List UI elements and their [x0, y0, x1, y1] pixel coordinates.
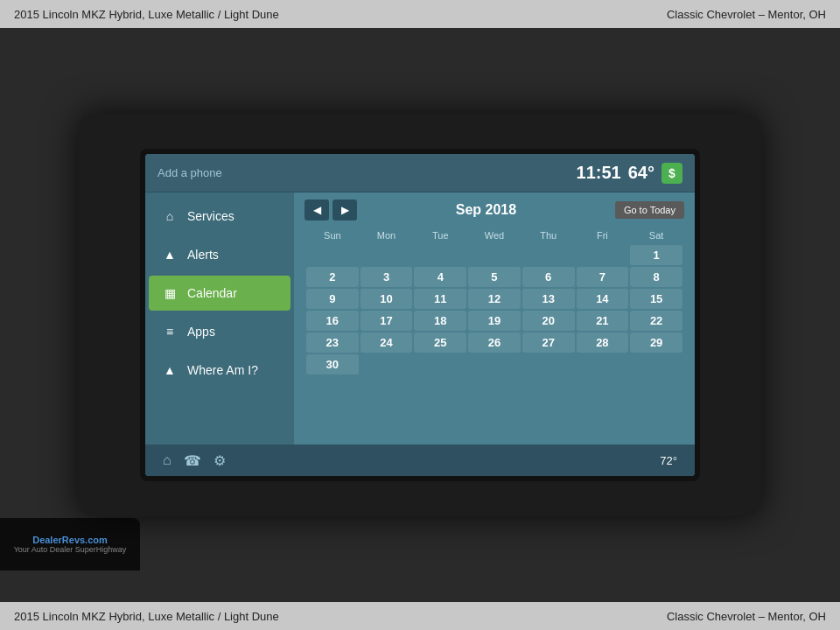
calendar-cell — [522, 354, 575, 374]
nav-buttons: ◀ ▶ — [304, 200, 357, 220]
screen-header: Add a phone 11:51 64° $ — [145, 154, 695, 192]
bottom-bar-right: Classic Chevrolet – Mentor, OH — [667, 610, 826, 623]
calendar-cell — [414, 354, 466, 374]
calendar-header: ◀ ▶ Sep 2018 Go to Today — [304, 200, 684, 220]
calendar-cell[interactable]: 10 — [360, 289, 413, 309]
prev-month-button[interactable]: ◀ — [304, 200, 329, 220]
calendar-cell — [577, 245, 629, 265]
calendar-cell[interactable]: 23 — [306, 332, 359, 353]
col-sun: Sun — [306, 228, 359, 243]
top-bar-left: 2015 Lincoln MKZ Hybrid, Luxe Metallic /… — [14, 8, 279, 21]
calendar-cell[interactable]: 9 — [306, 289, 359, 309]
calendar-cell[interactable]: 24 — [360, 332, 413, 353]
calendar-cell[interactable]: 27 — [522, 332, 575, 353]
bottom-bar: 2015 Lincoln MKZ Hybrid, Luxe Metallic /… — [0, 602, 840, 630]
calendar-cell[interactable]: 12 — [468, 289, 521, 309]
alert-icon: ▲ — [161, 246, 178, 263]
screen-footer: ⌂ ☎ ⚙ 72° — [145, 444, 695, 476]
footer-temp: 72° — [660, 454, 677, 467]
sidebar-item-services[interactable]: ⌂ Services — [149, 199, 290, 234]
col-tue: Tue — [414, 228, 466, 243]
calendar-cell[interactable]: 6 — [522, 267, 575, 287]
home-icon: ⌂ — [161, 207, 178, 225]
calendar-cell[interactable]: 22 — [630, 311, 682, 331]
calendar-cell[interactable]: 19 — [468, 311, 521, 331]
calendar-cell[interactable]: 4 — [414, 267, 466, 287]
time-temp-display: 11:51 64° $ — [577, 163, 682, 184]
add-phone-label[interactable]: Add a phone — [158, 166, 222, 179]
calendar-cell[interactable]: 20 — [522, 311, 575, 331]
calendar-cell — [522, 245, 575, 265]
calendar-cell[interactable]: 18 — [414, 311, 466, 331]
calendar-cell[interactable]: 13 — [522, 289, 575, 309]
sidebar-item-alerts[interactable]: ▲ Alerts — [149, 237, 290, 272]
gear-footer-icon[interactable]: ⚙ — [214, 452, 226, 469]
infotainment-screen: Add a phone 11:51 64° $ ⌂ — [145, 154, 695, 476]
sidebar-item-apps[interactable]: ≡ Apps — [149, 314, 290, 349]
top-bar-right: Classic Chevrolet – Mentor, OH — [667, 8, 826, 21]
col-wed: Wed — [468, 228, 521, 243]
calendar-cell[interactable]: 5 — [468, 267, 521, 287]
calendar-cell — [360, 245, 413, 265]
sidebar-item-where-am-i[interactable]: ▲ Where Am I? — [149, 353, 290, 388]
col-sat: Sat — [630, 228, 682, 243]
calendar-cell[interactable]: 25 — [414, 332, 466, 353]
calendar-cell — [577, 354, 629, 374]
bottom-bar-left: 2015 Lincoln MKZ Hybrid, Luxe Metallic /… — [14, 610, 279, 623]
footer-icons: ⌂ ☎ ⚙ — [163, 452, 226, 469]
calendar-cell[interactable]: 15 — [630, 289, 682, 309]
phone-footer-icon[interactable]: ☎ — [184, 452, 201, 469]
calendar-cell — [414, 245, 466, 265]
watermark: DealerRevs.com Your Auto Dealer SuperHig… — [0, 518, 140, 570]
sidebar-item-calendar[interactable]: ▦ Calendar — [149, 276, 290, 311]
calendar-cell[interactable]: 16 — [306, 311, 359, 331]
calendar-grid: Sun Mon Tue Wed Thu Fri Sat — [304, 226, 684, 376]
location-icon: ▲ — [161, 361, 178, 379]
col-thu: Thu — [522, 228, 575, 243]
top-bar: 2015 Lincoln MKZ Hybrid, Luxe Metallic /… — [0, 0, 840, 28]
calendar-cell — [630, 354, 682, 374]
calendar-cell[interactable]: 29 — [630, 332, 682, 353]
calendar-cell[interactable]: 3 — [360, 267, 413, 287]
col-fri: Fri — [577, 228, 629, 243]
home-footer-icon[interactable]: ⌂ — [163, 452, 172, 468]
calendar-area: ◀ ▶ Sep 2018 Go to Today Sun — [294, 192, 695, 444]
dollar-icon[interactable]: $ — [662, 163, 682, 184]
calendar-cell[interactable]: 26 — [468, 332, 521, 353]
calendar-cell[interactable]: 21 — [577, 311, 629, 331]
calendar-cell — [468, 245, 521, 265]
calendar-cell[interactable]: 14 — [577, 289, 629, 309]
calendar-cell[interactable]: 17 — [360, 311, 413, 331]
calendar-cell — [468, 354, 521, 374]
calendar-cell — [306, 245, 359, 265]
clock-display: 11:51 — [577, 163, 621, 183]
sidebar: ⌂ Services ▲ Alerts ▦ Calendar ≡ — [145, 192, 294, 444]
screen-bezel: Add a phone 11:51 64° $ ⌂ — [140, 149, 700, 481]
temp-display: 64° — [628, 163, 654, 183]
calendar-cell[interactable]: 28 — [577, 332, 629, 353]
calendar-cell[interactable]: 8 — [630, 267, 682, 287]
calendar-cell — [360, 354, 413, 374]
calendar-icon: ▦ — [161, 284, 178, 302]
calendar-cell[interactable]: 30 — [306, 354, 359, 374]
calendar-month-title: Sep 2018 — [357, 202, 615, 218]
dashboard: Add a phone 11:51 64° $ ⌂ — [79, 114, 761, 516]
calendar-cell[interactable]: 11 — [414, 289, 466, 309]
next-month-button[interactable]: ▶ — [332, 200, 357, 220]
calendar-cell[interactable]: 1 — [630, 245, 682, 265]
calendar-cell[interactable]: 7 — [577, 267, 629, 287]
screen-content: ⌂ Services ▲ Alerts ▦ Calendar ≡ — [145, 192, 695, 444]
calendar-cell[interactable]: 2 — [306, 267, 359, 287]
col-mon: Mon — [360, 228, 413, 243]
car-frame: Add a phone 11:51 64° $ ⌂ — [0, 28, 840, 602]
go-to-today-button[interactable]: Go to Today — [615, 201, 684, 219]
apps-icon: ≡ — [161, 323, 178, 340]
